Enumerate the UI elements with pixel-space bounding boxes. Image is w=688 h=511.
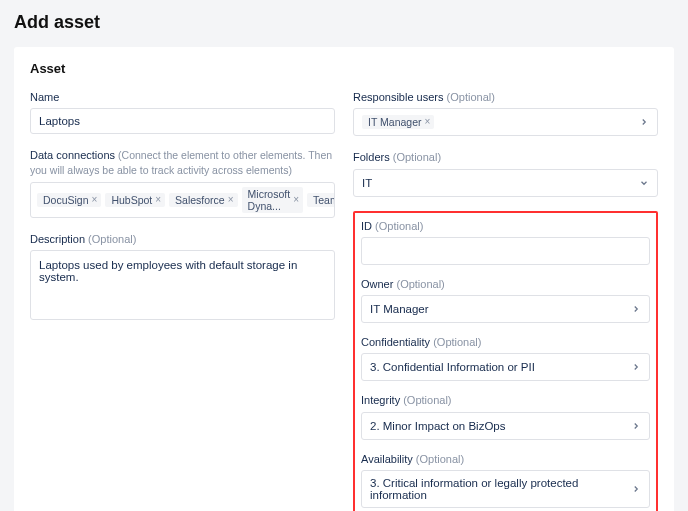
tag-label: HubSpot [111,194,152,206]
asset-card: Asset Name Data connections (Connect the… [14,47,674,511]
integrity-label: Integrity (Optional) [361,393,650,407]
tag-docusign[interactable]: DocuSign× [37,193,101,207]
page-title: Add asset [14,12,674,33]
availability-select[interactable]: 3. Critical information or legally prote… [361,470,650,508]
data-connections-field: Data connections (Connect the element to… [30,148,335,217]
tag-teamtailor[interactable]: Teamtailor× [307,193,335,207]
chevron-right-icon [631,421,641,431]
integrity-select[interactable]: 2. Minor Impact on BizOps [361,412,650,440]
availability-label-text: Availability [361,453,413,465]
owner-label: Owner (Optional) [361,277,650,291]
optional-text: (Optional) [447,91,495,103]
responsible-users-select[interactable]: IT Manager× [353,108,658,136]
confidentiality-label: Confidentiality (Optional) [361,335,650,349]
confidentiality-value: 3. Confidential Information or PII [370,361,535,373]
tag-hubspot[interactable]: HubSpot× [105,193,165,207]
tag-remove-icon[interactable]: × [92,195,98,205]
data-connections-input[interactable]: DocuSign× HubSpot× Salesforce× Microsoft… [30,182,335,218]
availability-label: Availability (Optional) [361,452,650,466]
optional-text: (Optional) [88,233,136,245]
id-field: ID (Optional) [361,219,650,265]
left-column: Name Data connections (Connect the eleme… [30,90,335,511]
confidentiality-field: Confidentiality (Optional) 3. Confidenti… [361,335,650,381]
tag-remove-icon[interactable]: × [425,117,431,127]
responsible-users-field: Responsible users (Optional) IT Manager× [353,90,658,136]
name-input[interactable] [30,108,335,134]
tag-label: Teamtailor [313,194,335,206]
chevron-down-icon [639,178,649,188]
optional-text: (Optional) [396,278,444,290]
chevron-right-icon [631,362,641,372]
optional-text: (Optional) [416,453,464,465]
data-connections-label-text: Data connections [30,149,115,161]
id-input[interactable] [361,237,650,265]
tag-remove-icon[interactable]: × [228,195,234,205]
chevron-right-icon [639,117,649,127]
owner-field: Owner (Optional) IT Manager [361,277,650,323]
integrity-value: 2. Minor Impact on BizOps [370,420,506,432]
confidentiality-select[interactable]: 3. Confidential Information or PII [361,353,650,381]
optional-text: (Optional) [393,151,441,163]
owner-label-text: Owner [361,278,393,290]
chevron-right-icon [631,304,641,314]
optional-text: (Optional) [403,394,451,406]
highlighted-section: ID (Optional) Owner (Optional) IT Manage… [353,211,658,511]
folders-label: Folders (Optional) [353,150,658,164]
confidentiality-label-text: Confidentiality [361,336,430,348]
availability-value: 3. Critical information or legally prote… [370,477,631,501]
folders-field: Folders (Optional) IT [353,150,658,196]
responsible-users-label-text: Responsible users [353,91,444,103]
responsible-users-label: Responsible users (Optional) [353,90,658,104]
integrity-label-text: Integrity [361,394,400,406]
folders-select[interactable]: IT [353,169,658,197]
integrity-field: Integrity (Optional) 2. Minor Impact on … [361,393,650,439]
description-label: Description (Optional) [30,232,335,246]
tag-label: Salesforce [175,194,225,206]
optional-text: (Optional) [375,220,423,232]
data-connections-label: Data connections (Connect the element to… [30,148,335,177]
id-label: ID (Optional) [361,219,650,233]
owner-select[interactable]: IT Manager [361,295,650,323]
folders-label-text: Folders [353,151,390,163]
right-column: Responsible users (Optional) IT Manager×… [353,90,658,511]
description-label-text: Description [30,233,85,245]
id-label-text: ID [361,220,372,232]
description-input[interactable] [30,250,335,320]
chevron-right-icon [631,484,641,494]
tag-label: DocuSign [43,194,89,206]
tag-label: IT Manager [368,116,422,128]
optional-text: (Optional) [433,336,481,348]
folders-value: IT [362,177,372,189]
tag-remove-icon[interactable]: × [293,195,299,205]
tag-salesforce[interactable]: Salesforce× [169,193,237,207]
owner-value: IT Manager [370,303,429,315]
tag-it-manager[interactable]: IT Manager× [362,115,434,129]
card-title: Asset [30,61,658,76]
tag-remove-icon[interactable]: × [155,195,161,205]
tag-msdyn[interactable]: Microsoft Dyna...× [242,187,303,213]
name-label: Name [30,90,335,104]
name-field: Name [30,90,335,134]
tag-label: Microsoft Dyna... [248,188,291,212]
description-field: Description (Optional) [30,232,335,323]
availability-field: Availability (Optional) 3. Critical info… [361,452,650,508]
